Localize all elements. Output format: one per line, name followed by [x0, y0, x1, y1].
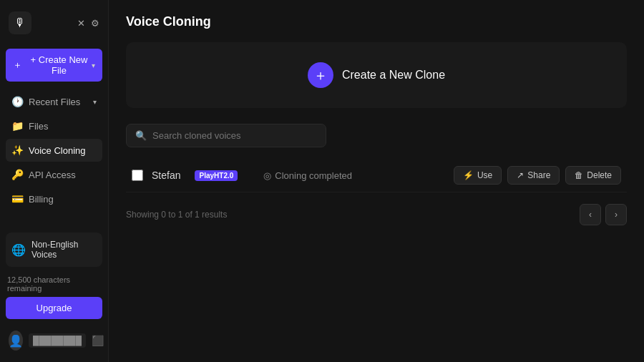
non-english-label: Non-English Voices	[31, 240, 97, 260]
search-icon: 🔍	[135, 130, 147, 141]
table-row: Stefan PlayHT2.0 ◎ Cloning completed ⚡ U…	[126, 159, 627, 192]
user-name: ████████	[29, 333, 86, 348]
delete-button[interactable]: 🗑 Delete	[565, 166, 621, 185]
sidebar-item-api-access-label: API Access	[29, 170, 76, 180]
non-english-voices-item[interactable]: 🌐 Non-English Voices	[6, 233, 102, 267]
upgrade-button[interactable]: Upgrade	[6, 297, 102, 319]
share-button[interactable]: ↗ Share	[507, 166, 560, 185]
voice-status: ◎ Cloning completed	[263, 170, 352, 181]
voice-badge: PlayHT2.0	[195, 170, 238, 181]
api-access-icon: 🔑	[11, 169, 23, 180]
sidebar-item-voice-cloning[interactable]: ✨ Voice Cloning	[6, 139, 102, 162]
app-logo: 🎙	[9, 11, 31, 34]
create-clone-plus-icon: ＋	[308, 62, 333, 88]
sidebar: 🎙 ✕ ⚙ ＋ + Create New File ▾ 🕐 Recent Fil…	[0, 0, 109, 362]
create-btn-chevron-icon: ▾	[92, 62, 95, 69]
row-actions: ⚡ Use ↗ Share 🗑 Delete	[454, 166, 621, 185]
sidebar-item-files-label: Files	[29, 121, 48, 132]
sidebar-nav: 🕐 Recent Files ▾ 📁 Files ✨ Voice Cloning…	[6, 90, 102, 212]
chars-remaining-text: 12,500 characters remaining	[6, 275, 102, 293]
non-english-icon: 🌐	[11, 243, 26, 257]
page-title: Voice Cloning	[126, 14, 627, 29]
use-button[interactable]: ⚡ Use	[454, 166, 502, 185]
sidebar-item-voice-cloning-label: Voice Cloning	[29, 145, 86, 156]
plus-icon: ＋	[13, 59, 22, 72]
sidebar-item-billing-label: Billing	[29, 194, 54, 205]
sidebar-item-recent-files[interactable]: 🕐 Recent Files ▾	[6, 90, 102, 113]
delete-icon: 🗑	[575, 170, 583, 180]
twitter-icon[interactable]: ✕	[77, 18, 85, 29]
use-icon: ⚡	[463, 170, 474, 180]
delete-label: Delete	[587, 170, 612, 180]
logout-icon[interactable]: ⬛	[92, 335, 104, 346]
main-content: Voice Cloning ＋ Create a New Clone 🔍 Ste…	[109, 0, 644, 362]
avatar: 👤	[9, 331, 23, 351]
files-icon: 📁	[11, 120, 23, 132]
use-label: Use	[477, 170, 492, 180]
sidebar-header: 🎙 ✕ ⚙	[6, 9, 102, 37]
search-bar: 🔍	[126, 124, 326, 147]
sidebar-item-recent-files-label: Recent Files	[29, 97, 80, 107]
recent-files-icon: 🕐	[11, 96, 23, 107]
discord-icon[interactable]: ⚙	[91, 18, 99, 29]
row-checkbox[interactable]	[132, 170, 143, 181]
sidebar-item-api-access[interactable]: 🔑 API Access	[6, 163, 102, 186]
sidebar-item-files[interactable]: 📁 Files	[6, 114, 102, 137]
voice-name: Stefan	[152, 170, 180, 181]
voice-cloning-icon: ✨	[11, 145, 23, 156]
social-links: ✕ ⚙	[77, 18, 99, 29]
next-page-button[interactable]: ›	[605, 204, 627, 225]
user-row: 👤 ████████ ⬛	[6, 328, 102, 353]
recent-files-chevron-icon: ▾	[93, 98, 97, 106]
share-icon: ↗	[517, 170, 524, 180]
create-btn-label: + Create New File	[26, 54, 92, 76]
results-info-row: Showing 0 to 1 of 1 results ‹ ›	[126, 204, 627, 225]
create-new-file-button[interactable]: ＋ + Create New File ▾	[6, 49, 102, 82]
search-input[interactable]	[152, 130, 317, 141]
results-text: Showing 0 to 1 of 1 results	[126, 210, 227, 220]
status-text: Cloning completed	[275, 170, 352, 181]
pagination: ‹ ›	[580, 204, 627, 225]
create-clone-label: Create a New Clone	[342, 69, 445, 82]
create-clone-card[interactable]: ＋ Create a New Clone	[126, 42, 627, 108]
share-label: Share	[527, 170, 550, 180]
voice-table: Stefan PlayHT2.0 ◎ Cloning completed ⚡ U…	[126, 159, 627, 192]
sidebar-item-billing[interactable]: 💳 Billing	[6, 187, 102, 210]
status-icon: ◎	[263, 170, 271, 181]
prev-page-button[interactable]: ‹	[580, 204, 601, 225]
billing-icon: 💳	[11, 193, 23, 205]
